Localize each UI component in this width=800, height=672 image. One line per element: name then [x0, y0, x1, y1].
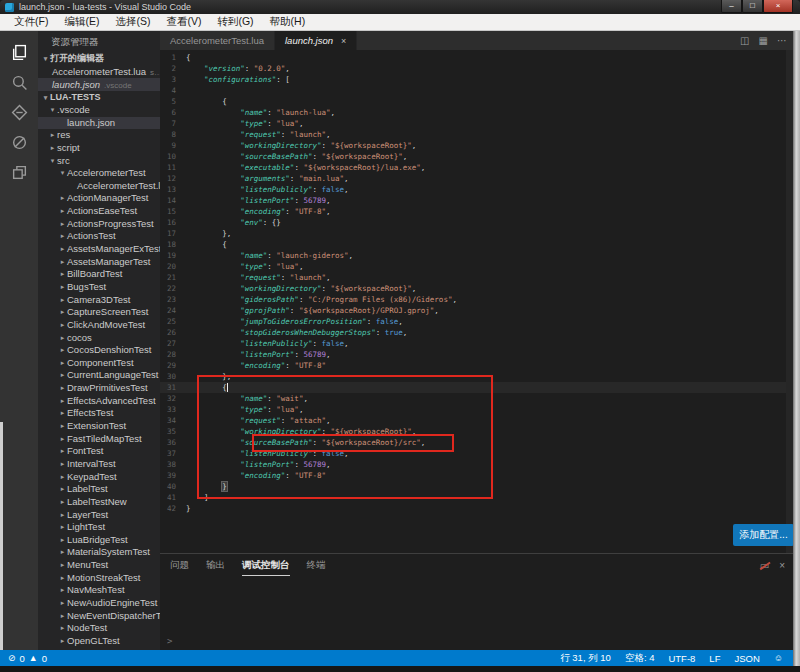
tree-item[interactable]: ▾AccelerometerTest — [38, 167, 160, 180]
status-item[interactable]: JSON — [734, 653, 759, 664]
tree-item[interactable]: ▾.vscode — [38, 104, 160, 117]
menu-item[interactable]: 转到(G) — [209, 15, 261, 29]
search-icon[interactable] — [0, 67, 38, 97]
code-line[interactable]: 25 "jumpToGiderosErrorPosition": false, — [160, 316, 793, 327]
tree-item[interactable]: launch.json — [38, 117, 160, 130]
code-line[interactable]: 40 } — [160, 481, 793, 492]
code-line[interactable]: 1{ — [160, 52, 793, 63]
code-line[interactable]: 36 "sourceBasePath": "${workspaceRoot}/s… — [160, 437, 793, 448]
code-line[interactable]: 11 "executable": "${workspaceRoot}/lua.e… — [160, 162, 793, 173]
code-line[interactable]: 28 "listenPort": 56789, — [160, 349, 793, 360]
close-panel-icon[interactable]: × — [779, 560, 785, 571]
problems-status[interactable]: ⊘ 0 ▲ 0 — [0, 653, 47, 664]
code-line[interactable]: 12 "arguments": "main.lua", — [160, 173, 793, 184]
code-line[interactable]: 16 "env": {} — [160, 217, 793, 228]
code-line[interactable]: 30 }, — [160, 371, 793, 382]
tree-item[interactable]: ▸ActionsTest — [38, 230, 160, 243]
code-line[interactable]: 24 "gprojPath": "${workspaceRoot}/GPROJ.… — [160, 305, 793, 316]
tree-item[interactable]: ▸NodeTest — [38, 622, 160, 635]
more-actions-icon[interactable]: ⋯ — [777, 35, 787, 46]
tab-close-icon[interactable]: × — [341, 36, 346, 46]
tree-item[interactable]: ▸BugsTest — [38, 281, 160, 294]
code-line[interactable]: 8 "request": "launch", — [160, 129, 793, 140]
maximize-button[interactable]: □ — [742, 0, 763, 13]
code-line[interactable]: 41 ] — [160, 492, 793, 503]
code-line[interactable]: 21 "request": "launch", — [160, 272, 793, 283]
extensions-icon[interactable] — [0, 157, 38, 187]
tree-item[interactable]: ▸res — [38, 129, 160, 142]
status-item[interactable]: LF — [709, 653, 720, 664]
tree-item[interactable]: ▸CurrentLanguageTest — [38, 369, 160, 382]
tree-item[interactable]: ▸ActionsEaseTest — [38, 205, 160, 218]
tree-item[interactable]: ▾src — [38, 155, 160, 168]
code-line[interactable]: 3 "configurations": [ — [160, 74, 793, 85]
panel-tab[interactable]: 终端 — [307, 559, 326, 576]
split-editor-icon[interactable]: ◫ — [740, 35, 749, 46]
status-item[interactable]: 行 31, 列 10 — [560, 652, 611, 665]
add-configuration-button[interactable]: 添加配置... — [733, 524, 794, 546]
tree-item[interactable]: ▸MaterialSystemTest — [38, 546, 160, 559]
code-line[interactable]: 2 "version": "0.2.0", — [160, 63, 793, 74]
code-line[interactable]: 23 "giderosPath": "C:/Program Files (x86… — [160, 294, 793, 305]
tree-item[interactable]: ▸ExtensionTest — [38, 420, 160, 433]
folder-header[interactable]: ▾ LUA-TESTS — [38, 91, 160, 104]
clear-console-icon[interactable]: ▭ — [760, 560, 769, 571]
tree-item[interactable]: ▸BillBoardTest — [38, 268, 160, 281]
code-line[interactable]: 39 "encoding": "UTF-8" — [160, 470, 793, 481]
tree-item[interactable]: ▸NewAudioEngineTest — [38, 597, 160, 610]
tree-item[interactable]: ▸IntervalTest — [38, 458, 160, 471]
code-line[interactable]: 20 "type": "lua", — [160, 261, 793, 272]
open-editor-item[interactable]: AccelerometerTest.luasrc\Accel... — [38, 65, 160, 78]
code-line[interactable]: 33 "type": "lua", — [160, 404, 793, 415]
code-line[interactable]: 27 "listenPublicly": false, — [160, 338, 793, 349]
status-item[interactable]: UTF-8 — [668, 653, 695, 664]
tree-item[interactable]: ▸ActionManagerTest — [38, 192, 160, 205]
code-line[interactable]: 29 "encoding": "UTF-8" — [160, 360, 793, 371]
code-line[interactable]: 17 }, — [160, 228, 793, 239]
code-line[interactable]: 9 "workingDirectory": "${workspaceRoot}"… — [160, 140, 793, 151]
tree-item[interactable]: ▸LightTest — [38, 521, 160, 534]
tree-item[interactable]: ▸NewEventDispatcherTest — [38, 610, 160, 623]
tree-item[interactable]: ▸EffectsAdvancedTest — [38, 395, 160, 408]
tree-item[interactable]: ▸ActionsProgressTest — [38, 218, 160, 231]
tree-item[interactable]: ▸CaptureScreenTest — [38, 306, 160, 319]
toggle-layout-icon[interactable]: ▦ — [759, 35, 768, 46]
feedback-smiley-icon[interactable]: ☺ — [774, 653, 783, 663]
code-line[interactable]: 13 "listenPublicly": false, — [160, 184, 793, 195]
tree-item[interactable]: ▸script — [38, 142, 160, 155]
code-line[interactable]: 34 "request": "attach", — [160, 415, 793, 426]
tree-item[interactable]: ▸FastTiledMapTest — [38, 433, 160, 446]
tree-item[interactable]: ▸EffectsTest — [38, 407, 160, 420]
code-line[interactable]: 32 "name": "wait", — [160, 393, 793, 404]
code-line[interactable]: 5 { — [160, 96, 793, 107]
open-editors-header[interactable]: ▾ 打开的编辑器 — [38, 52, 160, 65]
menu-item[interactable]: 选择(S) — [107, 15, 158, 29]
explorer-icon[interactable] — [0, 37, 38, 67]
code-line[interactable]: 18 { — [160, 239, 793, 250]
tree-item[interactable]: ▸LuaBridgeTest — [38, 534, 160, 547]
menu-item[interactable]: 编辑(E) — [56, 15, 107, 29]
code-line[interactable]: 37 "listenPublicly": false, — [160, 448, 793, 459]
tree-item[interactable]: ▸LabelTest — [38, 483, 160, 496]
open-editor-item[interactable]: launch.json.vscode — [38, 78, 160, 91]
code-line[interactable]: 26 "stopGiderosWhenDebuggerStops": true, — [160, 327, 793, 338]
code-line[interactable]: 35 "workingDirectory": "${workspaceRoot}… — [160, 426, 793, 437]
code-line[interactable]: 10 "sourceBasePath": "${workspaceRoot}", — [160, 151, 793, 162]
panel-tab[interactable]: 调试控制台 — [242, 559, 290, 576]
debug-console-prompt[interactable]: > — [167, 636, 172, 646]
tree-item[interactable]: AccelerometerTest.lua — [38, 180, 160, 193]
tree-item[interactable]: ▸MenuTest — [38, 559, 160, 572]
tree-item[interactable]: ▸LayerTest — [38, 509, 160, 522]
tree-item[interactable]: ▸Camera3DTest — [38, 294, 160, 307]
editor-tab[interactable]: AccelerometerTest.lua — [160, 31, 275, 50]
code-line[interactable]: 19 "name": "launch-gideros", — [160, 250, 793, 261]
status-item[interactable]: 空格: 4 — [625, 652, 655, 665]
code-line[interactable]: 7 "type": "lua", — [160, 118, 793, 129]
tree-item[interactable]: ▸CocosDenshionTest — [38, 344, 160, 357]
tree-item[interactable]: ▸NavMeshTest — [38, 584, 160, 597]
tree-item[interactable]: ▸MotionStreakTest — [38, 572, 160, 585]
editor[interactable]: 1{2 "version": "0.2.0",3 "configurations… — [160, 50, 793, 553]
tree-item[interactable]: ▸DrawPrimitivesTest — [38, 382, 160, 395]
code-line[interactable]: 4 — [160, 85, 793, 96]
code-line[interactable]: 31 { — [160, 382, 793, 393]
